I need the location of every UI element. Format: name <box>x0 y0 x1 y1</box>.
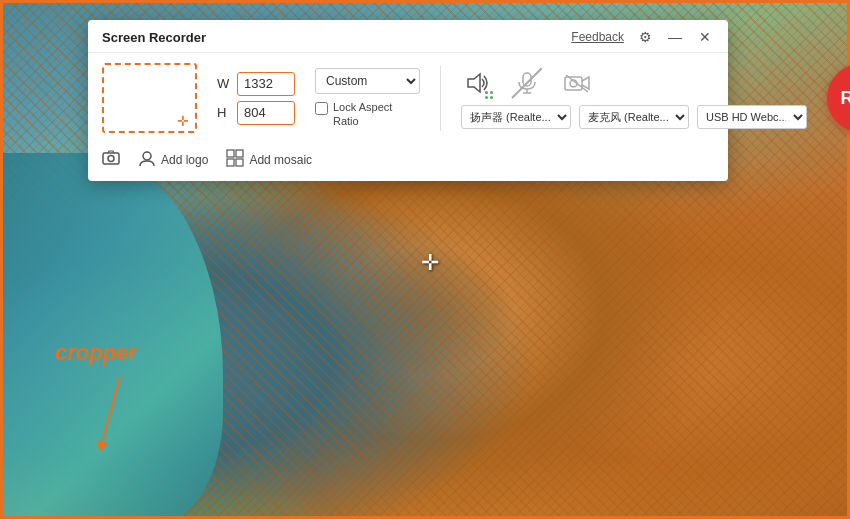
add-logo-label: Add logo <box>161 153 208 167</box>
svg-rect-10 <box>227 150 234 157</box>
svg-rect-11 <box>236 150 243 157</box>
divider <box>440 66 441 131</box>
speaker-select[interactable]: 扬声器 (Realte... <box>461 105 571 129</box>
settings-icon[interactable]: ⚙ <box>636 28 654 46</box>
minimize-icon[interactable]: — <box>666 28 684 46</box>
preset-select[interactable]: Custom <box>315 68 420 94</box>
speaker-icon <box>461 67 493 99</box>
svg-point-9 <box>143 152 151 160</box>
lock-aspect-checkbox[interactable] <box>315 102 328 115</box>
screen-recorder-panel: Screen Recorder Feedback ⚙ — ✕ ✛ W H <box>88 20 728 181</box>
panel-header-controls: Feedback ⚙ — ✕ <box>571 28 714 46</box>
svg-rect-12 <box>227 159 234 166</box>
width-row: W <box>217 72 295 96</box>
camera-icon <box>561 67 593 99</box>
lock-ratio-row: Lock AspectRatio <box>315 100 420 129</box>
panel-title: Screen Recorder <box>102 30 206 45</box>
cropper-label: cropper <box>55 340 137 366</box>
panel-footer: Add logo Add mosaic <box>88 143 728 181</box>
add-logo-tool[interactable]: Add logo <box>138 149 208 171</box>
logo-icon <box>138 149 156 171</box>
svg-point-8 <box>108 156 114 162</box>
mic-select[interactable]: 麦克风 (Realte... <box>579 105 689 129</box>
feedback-link[interactable]: Feedback <box>571 30 624 44</box>
panel-header: Screen Recorder Feedback ⚙ — ✕ <box>88 20 728 53</box>
svg-marker-0 <box>468 74 480 92</box>
svg-rect-1 <box>523 73 531 86</box>
svg-rect-7 <box>103 153 119 164</box>
lock-aspect-label: Lock AspectRatio <box>333 100 392 129</box>
camera-select[interactable]: USB HD Webc... <box>697 105 807 129</box>
width-input[interactable] <box>237 72 295 96</box>
mic-button[interactable] <box>511 67 543 99</box>
mosaic-icon <box>226 149 244 171</box>
media-icons-row <box>461 67 807 99</box>
svg-rect-4 <box>565 77 582 90</box>
mic-icon <box>511 67 543 99</box>
media-selects-row: 扬声器 (Realte... 麦克风 (Realte... USB HD Web… <box>461 105 807 129</box>
add-mosaic-tool[interactable]: Add mosaic <box>226 149 312 171</box>
move-cursor-icon: ✛ <box>415 248 445 278</box>
screenshot-tool[interactable] <box>102 150 120 170</box>
height-input[interactable] <box>237 101 295 125</box>
add-mosaic-label: Add mosaic <box>249 153 312 167</box>
height-label: H <box>217 105 231 120</box>
preset-area: Custom Lock AspectRatio <box>315 68 420 129</box>
dimensions-section: W H <box>217 72 295 125</box>
crosshair-icon: ✛ <box>177 113 191 127</box>
selection-preview: ✛ <box>102 63 197 133</box>
camera-button[interactable] <box>561 67 593 99</box>
speaker-button[interactable] <box>461 67 493 99</box>
svg-rect-13 <box>236 159 243 166</box>
water-area <box>3 153 223 519</box>
width-label: W <box>217 76 231 91</box>
panel-body: ✛ W H Custom Lock AspectRatio <box>88 53 728 143</box>
close-icon[interactable]: ✕ <box>696 28 714 46</box>
screenshot-icon <box>102 150 120 170</box>
media-controls: 扬声器 (Realte... 麦克风 (Realte... USB HD Web… <box>461 67 807 129</box>
height-row: H <box>217 101 295 125</box>
